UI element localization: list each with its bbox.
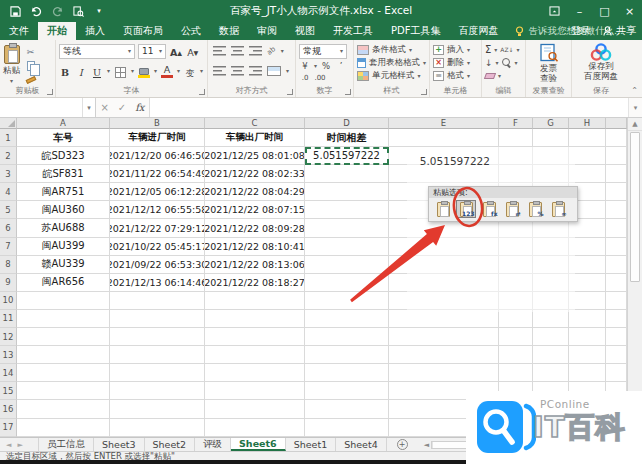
cell-A17[interactable] — [17, 419, 110, 437]
sheet-tab-Sheet6[interactable]: Sheet6 — [231, 438, 286, 451]
print-preview-icon[interactable] — [71, 4, 85, 18]
paste-option-粘贴链接[interactable]: ∞ — [548, 200, 568, 218]
orientation-icon[interactable]: ab — [265, 45, 277, 57]
ribbon-tab-PDF工具集[interactable]: PDF工具集 — [382, 22, 449, 40]
sheet-tab-Sheet3[interactable]: Sheet3 — [94, 438, 145, 451]
cell-D14[interactable] — [305, 364, 389, 382]
cell-I11[interactable] — [606, 310, 627, 328]
cell-C17[interactable] — [205, 419, 305, 437]
ribbon-tab-页面布局[interactable]: 页面布局 — [114, 22, 172, 40]
formula-bar-expand-icon[interactable]: ▾ — [628, 98, 642, 117]
shrink-font-button[interactable]: A▾ — [186, 44, 199, 58]
cell-F10[interactable] — [499, 292, 533, 310]
cell-C10[interactable] — [205, 292, 305, 310]
merge-center-icon[interactable] — [267, 66, 281, 76]
row-header-2[interactable]: 2 — [0, 147, 17, 165]
fill-color-button[interactable] — [138, 64, 150, 78]
cell-B6[interactable]: 2021/12/22 07:29:12 — [110, 219, 205, 237]
scroll-up-icon[interactable]: ▲ — [628, 118, 642, 131]
italic-button[interactable]: I — [75, 64, 87, 78]
percent-style-icon[interactable]: % — [320, 60, 332, 72]
cell-B17[interactable] — [110, 419, 205, 437]
cell-C12[interactable] — [205, 328, 305, 346]
number-format-select[interactable]: 常规▾ — [299, 44, 347, 59]
cell-D5[interactable] — [305, 201, 389, 219]
row-header-10[interactable]: 10 — [0, 292, 17, 310]
cell-C2[interactable]: 2021/12/25 08:01:08 — [205, 147, 305, 165]
cell-A10[interactable] — [17, 292, 110, 310]
formula-input[interactable] — [150, 98, 628, 117]
save-icon[interactable] — [8, 4, 22, 18]
clipboard-dialog-launcher[interactable] — [47, 89, 53, 95]
ribbon-tab-百度网盘[interactable]: 百度网盘 — [449, 22, 507, 40]
cell-I13[interactable] — [606, 346, 627, 364]
cell-C9[interactable]: 2021/12/22 08:18:27 — [205, 274, 305, 292]
cell-D11[interactable] — [305, 310, 389, 328]
cell-G13[interactable] — [533, 346, 569, 364]
cell-D6[interactable] — [305, 219, 389, 237]
cell-D7[interactable] — [305, 238, 389, 256]
cell-C7[interactable]: 2021/12/22 08:10:41 — [205, 238, 305, 256]
row-header-14[interactable]: 14 — [0, 364, 17, 382]
cell-D17[interactable] — [305, 419, 389, 437]
cell-I8[interactable] — [606, 256, 627, 274]
cell-G14[interactable] — [533, 364, 569, 382]
cell-H14[interactable] — [569, 364, 606, 382]
cell-A8[interactable]: 赣AU339 — [17, 256, 110, 274]
row-header-15[interactable]: 15 — [0, 382, 17, 400]
cell-F12[interactable] — [499, 328, 533, 346]
col-header-A[interactable]: A — [17, 118, 110, 129]
cell-A9[interactable]: 闽AR656 — [17, 274, 110, 292]
cell-F8[interactable] — [499, 256, 533, 274]
row-header-9[interactable]: 9 — [0, 274, 17, 292]
ribbon-tab-审阅[interactable]: 审阅 — [248, 22, 286, 40]
cell-I4[interactable] — [606, 183, 627, 201]
increase-decimal-icon[interactable]: .0 — [299, 72, 311, 84]
cell-A6[interactable]: 苏AU688 — [17, 219, 110, 237]
cell-E10[interactable] — [389, 292, 499, 310]
cell-H8[interactable] — [569, 256, 606, 274]
ribbon-tab-公式[interactable]: 公式 — [172, 22, 210, 40]
col-header-B[interactable]: B — [110, 118, 205, 129]
col-header-F[interactable]: F — [499, 118, 533, 129]
copy-icon[interactable] — [23, 60, 38, 72]
ribbon-tab-文件[interactable]: 文件 — [0, 22, 38, 40]
col-header-G[interactable]: G — [533, 118, 569, 129]
cell-F13[interactable] — [499, 346, 533, 364]
sheet-nav-arrows[interactable]: ◄► — [0, 438, 38, 451]
paste-option-粘贴[interactable] — [433, 200, 453, 218]
qat-customize-icon[interactable]: ▾ — [92, 4, 106, 18]
vertical-scrollbar[interactable]: ▲ — [627, 118, 642, 437]
row-header-4[interactable]: 4 — [0, 183, 17, 201]
cell-F7[interactable] — [499, 238, 533, 256]
sheet-tab-Sheet1[interactable]: Sheet1 — [286, 438, 337, 451]
cell-F14[interactable] — [499, 364, 533, 382]
cell-G11[interactable] — [533, 310, 569, 328]
sign-in-link[interactable]: 登录 — [571, 24, 591, 38]
align-center-icon[interactable] — [231, 66, 244, 76]
sheet-tab-评级[interactable]: 评级 — [195, 438, 231, 451]
cell-I3[interactable] — [606, 165, 627, 183]
cell-C4[interactable]: 2021/12/22 08:04:29 — [205, 183, 305, 201]
row-header-5[interactable]: 5 — [0, 201, 17, 219]
cell-A15[interactable] — [17, 382, 110, 400]
cell-H7[interactable] — [569, 238, 606, 256]
align-bottom-icon[interactable] — [249, 46, 262, 56]
clear-icon[interactable] — [484, 73, 496, 79]
cell-G1[interactable] — [533, 129, 569, 147]
cell-I2[interactable] — [606, 147, 627, 165]
align-middle-icon[interactable] — [231, 46, 244, 56]
cell-I6[interactable] — [606, 219, 627, 237]
paste-option-格式[interactable]: % — [525, 200, 545, 218]
cell-C6[interactable]: 2021/12/22 08:09:28 — [205, 219, 305, 237]
cell-D9[interactable] — [305, 274, 389, 292]
cell-D4[interactable] — [305, 183, 389, 201]
row-header-6[interactable]: 6 — [0, 219, 17, 237]
row-header-13[interactable]: 13 — [0, 346, 17, 364]
format-cells-button[interactable]: ≡格式▾ — [433, 69, 478, 82]
paste-option-值[interactable]: 123 — [456, 200, 476, 218]
cell-F6[interactable] — [499, 219, 533, 237]
sort-filter-icon[interactable]: AZ↓ — [500, 46, 513, 53]
phonetic-guide-button[interactable]: 变 — [184, 64, 196, 78]
col-header-partial[interactable] — [606, 118, 627, 129]
